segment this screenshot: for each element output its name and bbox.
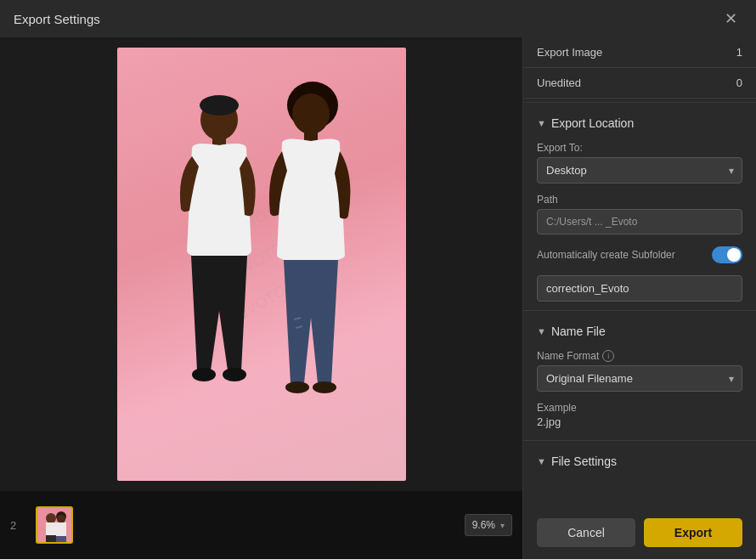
image-number: 2 xyxy=(10,519,36,532)
name-format-label-text: Name Format xyxy=(537,350,599,362)
action-buttons: Cancel Export xyxy=(523,506,756,559)
main-area: EVOTO EVOTO EVOTO xyxy=(0,37,756,559)
export-to-wrapper[interactable]: Desktop Same folder as original Choose f… xyxy=(537,157,742,184)
file-settings-header: ▼ File Settings xyxy=(523,444,756,475)
zoom-display[interactable]: 9.6% ▾ xyxy=(465,514,512,536)
name-format-select[interactable]: Original Filename Custom Name Date xyxy=(537,365,742,392)
example-value: 2.jpg xyxy=(537,415,742,428)
name-file-title: Name File xyxy=(551,325,606,338)
name-format-wrapper[interactable]: Original Filename Custom Name Date xyxy=(537,365,742,392)
example-label: Example xyxy=(537,402,742,414)
right-panel: Export Image 1 Unedited 0 ▼ Export Locat… xyxy=(522,37,756,559)
svg-point-4 xyxy=(200,95,239,116)
file-settings-chevron-icon: ▼ xyxy=(537,456,546,466)
figures-svg xyxy=(117,48,406,481)
svg-point-14 xyxy=(313,381,336,393)
subfolder-input[interactable] xyxy=(537,275,742,302)
export-location-chevron-icon: ▼ xyxy=(537,118,546,128)
export-to-group: Export To: Desktop Same folder as origin… xyxy=(523,137,756,189)
info-icon[interactable]: i xyxy=(602,350,614,362)
auto-subfolder-row: Automatically create Subfolder xyxy=(523,240,756,270)
export-to-select[interactable]: Desktop Same folder as original Choose f… xyxy=(537,157,742,184)
auto-subfolder-toggle[interactable] xyxy=(712,246,742,263)
unedited-label: Unedited xyxy=(537,76,581,89)
svg-point-13 xyxy=(285,381,309,393)
export-to-label: Export To: xyxy=(537,142,742,154)
divider-3 xyxy=(523,440,756,441)
svg-point-7 xyxy=(223,368,246,381)
unedited-row: Unedited 0 xyxy=(523,68,756,99)
thumbnail-image xyxy=(37,508,71,542)
thumbnail[interactable] xyxy=(36,506,73,544)
path-group: Path xyxy=(523,189,756,240)
svg-point-9 xyxy=(292,93,330,134)
unedited-value: 0 xyxy=(736,76,742,89)
divider-2 xyxy=(523,310,756,311)
zoom-value: 9.6% xyxy=(472,519,495,531)
path-label: Path xyxy=(537,194,742,206)
svg-rect-22 xyxy=(56,536,66,544)
example-group: Example 2.jpg xyxy=(523,397,756,437)
name-file-chevron-icon: ▼ xyxy=(537,326,546,336)
export-location-header: ▼ Export Location xyxy=(523,106,756,137)
export-location-title: Export Location xyxy=(551,116,634,130)
name-file-header: ▼ Name File xyxy=(523,314,756,345)
export-image-value: 1 xyxy=(736,46,742,59)
title-bar: Export Settings ✕ xyxy=(0,0,756,37)
svg-rect-18 xyxy=(46,535,56,544)
cancel-button[interactable]: Cancel xyxy=(537,518,635,547)
zoom-chevron-icon: ▾ xyxy=(500,521,505,530)
zoom-control[interactable]: 9.6% ▾ xyxy=(465,514,512,536)
path-input[interactable] xyxy=(537,209,742,234)
name-format-label-row: Name Format i xyxy=(537,350,742,362)
name-format-group: Name Format i Original Filename Custom N… xyxy=(523,345,756,397)
close-button[interactable]: ✕ xyxy=(719,7,742,31)
export-image-label: Export Image xyxy=(537,46,602,59)
auto-subfolder-label: Automatically create Subfolder xyxy=(537,249,675,261)
photo-placeholder: EVOTO EVOTO EVOTO xyxy=(117,48,406,481)
subfolder-group xyxy=(523,270,756,307)
left-panel: EVOTO EVOTO EVOTO xyxy=(0,37,522,559)
svg-point-20 xyxy=(57,515,65,523)
export-image-row: Export Image 1 xyxy=(523,37,756,68)
svg-point-6 xyxy=(192,368,216,381)
dialog-title: Export Settings xyxy=(14,12,100,26)
export-button[interactable]: Export xyxy=(644,518,742,547)
image-preview-area: EVOTO EVOTO EVOTO xyxy=(0,37,522,491)
file-settings-title: File Settings xyxy=(551,455,617,468)
filmstrip-bar: 2 9.6% xyxy=(0,491,522,559)
divider-1 xyxy=(523,102,756,103)
svg-point-16 xyxy=(46,513,56,523)
